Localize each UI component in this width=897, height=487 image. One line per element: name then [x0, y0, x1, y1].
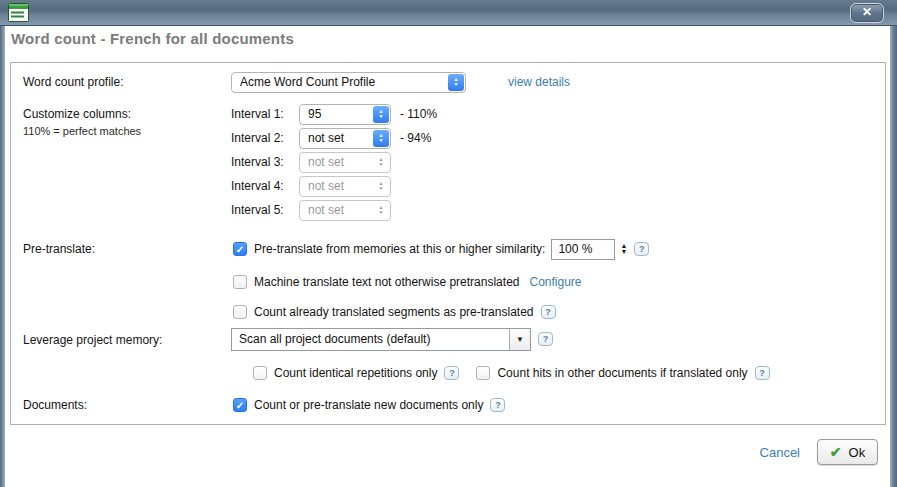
help-icon[interactable]: ?	[634, 242, 649, 256]
interval-2-select[interactable]: not set ▲ ▼	[299, 128, 391, 149]
interval-3-value: not set	[308, 155, 367, 169]
leverage-label-row: Leverage project memory:	[23, 329, 162, 351]
configure-link[interactable]: Configure	[529, 275, 581, 289]
customize-label-row: Customize columns:	[23, 103, 131, 125]
spinner-icon[interactable]: ▲ ▼	[620, 243, 627, 255]
stepper-icon: ▲ ▼	[373, 202, 389, 219]
pretranslate-memories-checkbox[interactable]: ✓	[233, 242, 247, 256]
documents-new-only-row: ✓ Count or pre-translate new documents o…	[233, 394, 505, 416]
help-icon[interactable]: ?	[444, 366, 459, 380]
help-icon[interactable]: ?	[755, 366, 770, 380]
already-translated-checkbox[interactable]	[233, 305, 247, 319]
interval-5-label: Interval 5:	[231, 203, 299, 217]
customize-note: 110% = perfect matches	[23, 125, 141, 137]
interval-1-select[interactable]: 95 ▲ ▼	[299, 104, 391, 125]
interval-4-value: not set	[308, 179, 367, 193]
help-icon[interactable]: ?	[541, 305, 556, 319]
interval-4-label: Interval 4:	[231, 179, 299, 193]
stepper-icon: ▲ ▼	[448, 74, 464, 91]
machine-translate-text: Machine translate text not otherwise pre…	[254, 275, 519, 289]
stepper-icon: ▲ ▼	[373, 106, 389, 123]
window-frame-left	[0, 26, 5, 487]
stepper-icon: ▲ ▼	[373, 178, 389, 195]
dropdown-arrow-icon: ▼	[509, 329, 530, 350]
stepper-icon: ▲ ▼	[373, 130, 389, 147]
stepper-icon: ▲ ▼	[373, 154, 389, 171]
interval-2-suffix: - 94%	[400, 131, 431, 145]
interval-5-value: not set	[308, 203, 367, 217]
stepper-down-icon: ▼	[379, 162, 384, 167]
pretranslate-memories-text: Pre-translate from memories at this or h…	[254, 242, 545, 256]
stepper-down-icon: ▼	[379, 114, 384, 119]
pretranslate-label-row: Pre-translate:	[23, 238, 95, 260]
machine-translate-checkbox[interactable]	[233, 275, 247, 289]
machine-translate-row: Machine translate text not otherwise pre…	[233, 271, 582, 293]
ok-label: Ok	[849, 445, 866, 460]
stepper-down-icon: ▼	[379, 138, 384, 143]
window-icon	[8, 3, 29, 22]
view-details-link[interactable]: view details	[508, 75, 570, 89]
interval-3-label: Interval 3:	[231, 155, 299, 169]
interval-2-label: Interval 2:	[231, 131, 299, 145]
profile-label: Word count profile:	[23, 75, 231, 89]
check-icon: ✔	[830, 445, 842, 459]
interval-row-4: Interval 4: not set ▲ ▼	[231, 175, 391, 197]
hits-other-documents-text: Count hits in other documents if transla…	[497, 366, 747, 380]
new-documents-text: Count or pre-translate new documents onl…	[254, 398, 483, 412]
interval-row-2: Interval 2: not set ▲ ▼ - 94%	[231, 127, 431, 149]
already-translated-row: Count already translated segments as pre…	[233, 301, 556, 323]
dialog-footer: Cancel ✔ Ok	[760, 439, 878, 465]
ok-button[interactable]: ✔ Ok	[817, 439, 878, 465]
interval-4-select: not set ▲ ▼	[299, 176, 391, 197]
leverage-label: Leverage project memory:	[23, 333, 162, 347]
customize-label: Customize columns:	[23, 107, 131, 121]
hits-other-documents-checkbox[interactable]	[476, 366, 490, 380]
interval-row-1: Interval 1: 95 ▲ ▼ - 110%	[231, 103, 437, 125]
interval-row-3: Interval 3: not set ▲ ▼	[231, 151, 391, 173]
help-icon[interactable]: ?	[538, 332, 553, 346]
pretranslate-label: Pre-translate:	[23, 242, 95, 256]
documents-label-row: Documents:	[23, 394, 87, 416]
interval-5-select: not set ▲ ▼	[299, 200, 391, 221]
stepper-down-icon: ▼	[379, 186, 384, 191]
word-count-dialog: ✕ Word count - French for all documents …	[0, 0, 897, 487]
help-icon[interactable]: ?	[490, 398, 505, 412]
dialog-title: Word count - French for all documents	[11, 30, 294, 47]
documents-label: Documents:	[23, 398, 87, 412]
cancel-link[interactable]: Cancel	[760, 445, 800, 460]
interval-2-value: not set	[308, 131, 367, 145]
identical-repetitions-checkbox[interactable]	[253, 366, 267, 380]
spinner-down-icon: ▼	[620, 249, 627, 255]
titlebar: ✕	[0, 0, 897, 26]
identical-repetitions-text: Count identical repetitions only	[274, 366, 437, 380]
interval-1-value: 95	[308, 107, 367, 121]
profile-row: Word count profile: Acme Word Count Prof…	[23, 71, 863, 93]
pretranslate-memories-row: ✓ Pre-translate from memories at this or…	[233, 236, 649, 262]
similarity-input[interactable]: 100 %	[551, 239, 615, 260]
interval-1-suffix: - 110%	[400, 107, 437, 121]
interval-3-select: not set ▲ ▼	[299, 152, 391, 173]
profile-select[interactable]: Acme Word Count Profile ▲ ▼	[231, 72, 466, 93]
form-panel: Word count profile: Acme Word Count Prof…	[10, 62, 886, 425]
leverage-dropdown-value: Scan all project documents (default)	[232, 332, 509, 346]
leverage-dropdown[interactable]: Scan all project documents (default) ▼	[231, 328, 531, 351]
profile-select-value: Acme Word Count Profile	[240, 75, 442, 89]
leverage-options-row: Count identical repetitions only ? Count…	[253, 362, 770, 384]
leverage-dropdown-row: Scan all project documents (default) ▼ ?	[231, 327, 553, 351]
new-documents-checkbox[interactable]: ✓	[233, 398, 247, 412]
stepper-down-icon: ▼	[454, 82, 459, 87]
already-translated-text: Count already translated segments as pre…	[254, 305, 534, 319]
close-button[interactable]: ✕	[850, 3, 884, 23]
stepper-down-icon: ▼	[379, 210, 384, 215]
window-frame-right	[890, 26, 897, 487]
interval-row-5: Interval 5: not set ▲ ▼	[231, 199, 391, 221]
interval-1-label: Interval 1:	[231, 107, 299, 121]
